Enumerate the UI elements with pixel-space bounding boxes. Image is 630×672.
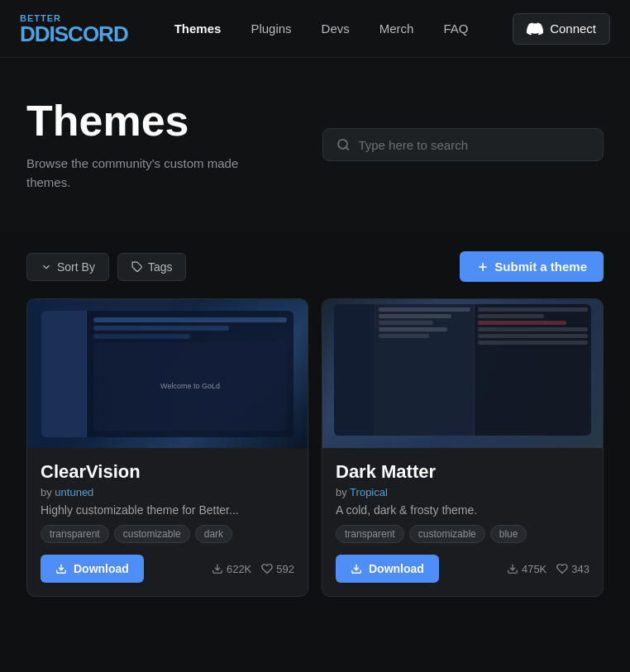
card-footer-darkmatter: Download 475K 343 — [336, 555, 589, 583]
download-count-value-dm: 475K — [522, 563, 546, 575]
likes-count-dm: 343 — [556, 563, 589, 575]
download-button-darkmatter[interactable]: Download — [336, 555, 439, 583]
page-title: Themes — [26, 98, 241, 145]
download-icon-cv — [55, 563, 67, 574]
connect-button[interactable]: Connect — [513, 13, 610, 45]
themes-grid: Welcome to GoLd ClearVision by untuned H… — [26, 298, 604, 597]
download-button-clearvision[interactable]: Download — [41, 555, 144, 583]
search-icon — [336, 137, 350, 152]
author-link-darkmatter[interactable]: Tropical — [350, 486, 388, 498]
sort-by-label: Sort By — [57, 260, 95, 274]
tag-customizable-cv: customizable — [114, 525, 190, 543]
download-stat-icon-cv — [212, 563, 223, 574]
card-preview-clearvision: Welcome to GoLd — [27, 299, 308, 448]
logo-discord: DDISCORD — [20, 23, 128, 45]
logo[interactable]: BETTER DDISCORD — [20, 13, 128, 45]
theme-card-darkmatter: Dark Matter by Tropical A cold, dark & f… — [322, 298, 604, 597]
download-count-value-cv: 622K — [227, 563, 251, 575]
toolbar-filters: Sort By Tags — [26, 253, 186, 281]
main-content: Sort By Tags Submit a theme — [0, 231, 630, 617]
download-icon-dm — [351, 563, 362, 574]
card-preview-darkmatter — [322, 299, 603, 448]
tag-customizable-dm: customizable — [409, 525, 485, 543]
connect-label: Connect — [550, 21, 596, 36]
card-desc-darkmatter: A cold, dark & frosty theme. — [336, 503, 589, 517]
card-desc-clearvision: Highly customizable theme for Better... — [41, 503, 294, 517]
download-label-dm: Download — [369, 562, 424, 575]
tag-transparent-dm: transparent — [336, 525, 404, 543]
nav-faq[interactable]: FAQ — [430, 15, 481, 42]
hero-text: Themes Browse the community's custom mad… — [26, 98, 241, 192]
search-box[interactable] — [322, 128, 604, 161]
tag-dark-cv: dark — [195, 525, 232, 543]
tag-icon — [131, 261, 143, 273]
card-author-darkmatter: by Tropical — [336, 486, 589, 498]
card-body-clearvision: ClearVision by untuned Highly customizab… — [27, 448, 308, 596]
tag-transparent-cv: transparent — [41, 525, 109, 543]
nav-themes[interactable]: Themes — [161, 15, 235, 42]
card-author-clearvision: by untuned — [41, 486, 294, 498]
card-body-darkmatter: Dark Matter by Tropical A cold, dark & f… — [322, 448, 603, 596]
chevron-down-icon — [41, 261, 52, 273]
nav-merch[interactable]: Merch — [366, 15, 427, 42]
hero-section: Themes Browse the community's custom mad… — [0, 58, 630, 231]
submit-theme-label: Submit a theme — [494, 260, 587, 274]
tags-label: Tags — [148, 260, 173, 274]
download-count-dm: 475K — [507, 563, 546, 575]
nav-plugins[interactable]: Plugins — [237, 15, 304, 42]
download-label-cv: Download — [74, 562, 129, 575]
tag-blue-dm: blue — [490, 525, 527, 543]
heart-icon-dm — [556, 563, 568, 574]
card-title-clearvision: ClearVision — [41, 461, 294, 483]
svg-line-1 — [346, 147, 348, 150]
nav-devs[interactable]: Devs — [308, 15, 363, 42]
author-link-clearvision[interactable]: untuned — [55, 486, 93, 498]
sort-by-button[interactable]: Sort By — [26, 253, 109, 281]
toolbar: Sort By Tags Submit a theme — [26, 251, 604, 282]
hero-subtitle: Browse the community's custom made theme… — [26, 155, 241, 192]
nav-links: Themes Plugins Devs Merch FAQ — [161, 15, 513, 42]
plus-icon — [476, 260, 489, 274]
theme-card-clearvision: Welcome to GoLd ClearVision by untuned H… — [26, 298, 308, 597]
submit-theme-button[interactable]: Submit a theme — [460, 251, 604, 282]
download-stat-icon-dm — [507, 563, 518, 574]
navbar: BETTER DDISCORD Themes Plugins Devs Merc… — [0, 0, 630, 58]
likes-count-value-dm: 343 — [571, 563, 589, 575]
likes-count-value-cv: 592 — [276, 563, 294, 575]
discord-icon — [527, 21, 543, 37]
search-input[interactable] — [358, 138, 589, 152]
card-tags-darkmatter: transparent customizable blue — [336, 525, 589, 543]
download-count-cv: 622K — [212, 563, 251, 575]
card-tags-clearvision: transparent customizable dark — [41, 525, 294, 543]
heart-icon-cv — [261, 563, 273, 574]
card-footer-clearvision: Download 622K 592 — [41, 555, 294, 583]
card-stats-clearvision: 622K 592 — [212, 563, 294, 575]
likes-count-cv: 592 — [261, 563, 294, 575]
tags-button[interactable]: Tags — [117, 253, 187, 281]
card-stats-darkmatter: 475K 343 — [507, 563, 589, 575]
card-title-darkmatter: Dark Matter — [336, 461, 589, 483]
